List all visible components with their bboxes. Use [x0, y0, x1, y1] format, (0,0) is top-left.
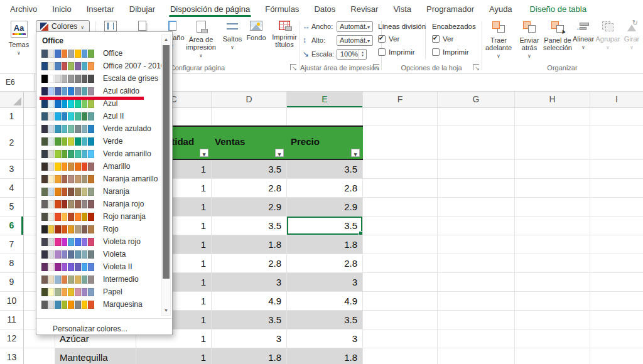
table-header-ventas[interactable]: Ventas — [212, 127, 287, 159]
theme-color-item[interactable]: Escala de grises — [36, 72, 172, 85]
cell-empty[interactable] — [590, 198, 643, 217]
cell-empty[interactable] — [515, 179, 590, 198]
ribbon-tab[interactable]: Archivo — [3, 0, 45, 18]
cell-empty[interactable] — [363, 273, 438, 292]
cell-precio[interactable]: 2.8 — [287, 179, 363, 198]
cell-empty[interactable] — [363, 292, 438, 311]
cell-precio[interactable]: 3.5 — [287, 311, 363, 329]
cell-empty[interactable] — [363, 254, 438, 273]
cell-empty[interactable] — [438, 198, 515, 217]
theme-color-item[interactable]: Violeta — [36, 248, 172, 260]
cell-empty[interactable] — [515, 160, 590, 179]
cell-ventas[interactable]: 2.8 — [212, 179, 287, 198]
cell-empty[interactable] — [590, 108, 643, 126]
theme-color-item[interactable]: Verde amarillo — [36, 147, 172, 160]
cell-empty[interactable] — [438, 273, 515, 292]
cell-empty[interactable] — [363, 329, 438, 348]
cell-empty[interactable] — [515, 126, 590, 160]
cell-product[interactable]: Mantequilla — [55, 348, 136, 364]
cell-ventas[interactable]: 3.5 — [212, 311, 287, 329]
cell-empty[interactable] — [363, 348, 438, 364]
cell-empty[interactable] — [515, 311, 590, 329]
cell-empty[interactable] — [363, 235, 438, 254]
cell-empty[interactable] — [438, 311, 515, 329]
scroll-down-icon[interactable] — [162, 306, 170, 315]
headings-print-checkbox[interactable] — [432, 48, 440, 56]
row-header[interactable]: 4 — [0, 179, 24, 198]
theme-color-item[interactable]: Verde — [36, 135, 172, 147]
cell-empty[interactable] — [438, 348, 515, 364]
theme-color-item[interactable]: Azul cálido — [36, 85, 172, 97]
cell-empty[interactable] — [590, 329, 643, 348]
cell-empty[interactable] — [590, 179, 643, 198]
filter-button[interactable] — [351, 149, 360, 157]
width-select[interactable]: Automát. — [337, 21, 373, 32]
cell-empty[interactable] — [515, 292, 590, 311]
gridlines-view-checkbox[interactable] — [378, 35, 386, 43]
cell-empty[interactable] — [438, 329, 515, 348]
cell-empty[interactable] — [590, 311, 643, 329]
cell-precio[interactable]: 1.8 — [287, 235, 363, 254]
cell-empty[interactable] — [590, 292, 643, 311]
stepper-arrows-icon[interactable]: ▲▼ — [359, 50, 366, 59]
ribbon-tab[interactable]: Inicio — [45, 0, 78, 18]
cell-empty[interactable] — [590, 160, 643, 179]
cell-empty[interactable] — [438, 217, 515, 235]
row-header[interactable]: 6 — [0, 217, 24, 235]
cell-precio[interactable]: 2.9 — [287, 198, 363, 217]
theme-color-item[interactable]: Rojo naranja — [36, 210, 172, 223]
cell-ventas[interactable]: 1.8 — [212, 348, 287, 364]
gridlines-print-checkbox[interactable] — [378, 48, 386, 56]
cell-empty[interactable] — [363, 108, 438, 126]
ribbon-tab[interactable]: Programador — [419, 0, 482, 18]
theme-color-item[interactable]: Naranja rojo — [36, 198, 172, 210]
cell-ventas[interactable]: 2.9 — [212, 198, 287, 217]
ribbon-tab[interactable]: Fórmulas — [257, 0, 306, 18]
ribbon-tab[interactable]: Dibujar — [122, 0, 163, 18]
cell-empty[interactable] — [363, 160, 438, 179]
theme-color-item[interactable]: Violeta II — [36, 260, 172, 273]
ribbon-tab[interactable]: Revisar — [343, 0, 386, 18]
cell-ventas[interactable]: 4.9 — [212, 292, 287, 311]
dialog-launcher-icon[interactable] — [373, 64, 379, 70]
cell-empty[interactable] — [515, 217, 590, 235]
row-header[interactable]: 12 — [0, 329, 24, 348]
cell-ventas[interactable]: 1.8 — [212, 235, 287, 254]
dialog-launcher-icon[interactable] — [290, 64, 296, 70]
cell-empty[interactable] — [363, 198, 438, 217]
theme-color-item[interactable]: Papel — [36, 286, 172, 298]
cell-empty[interactable] — [590, 235, 643, 254]
cell-empty[interactable] — [438, 254, 515, 273]
cell-empty[interactable] — [438, 126, 515, 160]
cell-empty[interactable] — [363, 126, 438, 160]
cell-empty[interactable] — [363, 311, 438, 329]
cell-empty[interactable] — [438, 160, 515, 179]
cell-ventas[interactable]: 3.5 — [212, 160, 287, 179]
cell-cantidad[interactable]: 1 — [136, 348, 212, 364]
theme-color-item[interactable]: Naranja — [36, 185, 172, 198]
cell-empty[interactable] — [363, 217, 438, 235]
theme-color-item[interactable]: Intermedio — [36, 273, 172, 286]
cell-precio[interactable]: 3.5 — [287, 160, 363, 179]
column-header-h[interactable]: H — [515, 92, 590, 108]
theme-color-item[interactable]: Azul II — [36, 110, 172, 122]
ribbon-tab[interactable]: Diseño de tabla — [522, 0, 594, 18]
cell-empty[interactable] — [438, 108, 515, 126]
row-header[interactable]: 10 — [0, 292, 24, 311]
scrollbar-thumb[interactable] — [163, 45, 170, 279]
cell-precio[interactable]: 3 — [287, 273, 363, 292]
row-header[interactable]: 13 — [0, 348, 24, 364]
cell-precio[interactable]: 3 — [287, 329, 363, 348]
theme-color-item[interactable]: Office 2007 - 2010 — [36, 60, 172, 72]
cell-empty[interactable] — [590, 348, 643, 364]
cell-empty[interactable] — [515, 108, 590, 126]
cell-empty[interactable] — [590, 273, 643, 292]
ribbon-tab[interactable]: Ayuda — [482, 0, 520, 18]
cell-ventas[interactable]: 2.8 — [212, 254, 287, 273]
cell-empty[interactable] — [438, 292, 515, 311]
cell-ventas[interactable]: 3 — [212, 273, 287, 292]
scale-stepper[interactable]: 100% ▲▼ — [337, 49, 367, 60]
cell-empty[interactable] — [24, 348, 55, 364]
cell-ventas[interactable]: 3.5 — [212, 217, 287, 235]
theme-color-item[interactable]: Office — [36, 47, 172, 60]
